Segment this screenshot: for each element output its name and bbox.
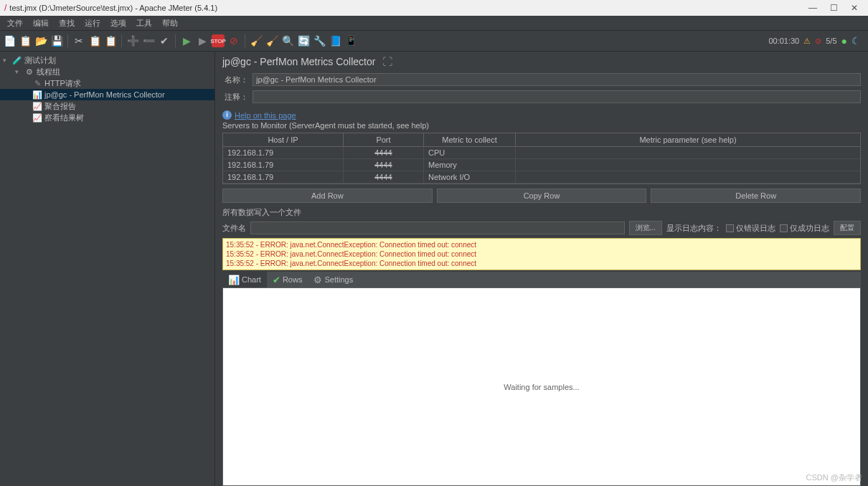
toolbar: 📄 📋 📂 💾 ✂ 📋 📋 ➕ ➖ ✔ ▶ ▶ STOP ⊘ 🧹 🧹 🔍 🔄 🔧… xyxy=(0,30,868,52)
start-icon[interactable]: ▶ xyxy=(180,34,193,47)
help-icon[interactable]: 📘 xyxy=(329,34,341,47)
tree-results-tree[interactable]: 📈 察看结果树 xyxy=(0,112,214,123)
error-line: 15:35:52 - ERROR: java.net.ConnectExcept… xyxy=(226,259,857,268)
table-row[interactable]: 192.168.1.794444CPU xyxy=(223,147,860,159)
info-icon: i xyxy=(222,110,232,120)
templates-icon[interactable]: 📋 xyxy=(19,34,32,47)
table-row[interactable]: 192.168.1.794444Memory xyxy=(223,159,860,171)
tree-perfmon[interactable]: 📊 jp@gc - PerfMon Metrics Collector xyxy=(0,89,214,100)
menu-search[interactable]: 查找 xyxy=(55,16,79,30)
chart-area: Waiting for samples... xyxy=(222,287,861,486)
only-success-checkbox[interactable] xyxy=(780,224,788,232)
thread-count: 5/5 xyxy=(826,37,836,45)
error-count-icon: ⊘ xyxy=(815,37,821,46)
file-input[interactable] xyxy=(250,221,625,234)
only-error-checkbox[interactable] xyxy=(726,224,734,232)
clear-all-icon[interactable]: 🧹 xyxy=(265,34,278,47)
col-metric: Metric to collect xyxy=(424,133,516,146)
panel-title: jp@gc - PerfMon Metrics Collector xyxy=(222,56,375,67)
error-log: 15:35:52 - ERROR: java.net.ConnectExcept… xyxy=(222,238,861,270)
collapse-icon[interactable]: ➖ xyxy=(142,34,155,47)
titlebar: / test.jmx (D:\JmeterSource\test.jmx) - … xyxy=(0,0,868,16)
config-button[interactable]: 配置 xyxy=(834,221,861,235)
col-param: Metric parameter (see help) xyxy=(516,133,860,146)
fullscreen-icon[interactable]: ⛶ xyxy=(382,56,392,67)
shutdown-icon[interactable]: ⊘ xyxy=(227,34,240,47)
app-icon: / xyxy=(4,3,6,13)
copy-icon[interactable]: 📋 xyxy=(88,34,101,47)
expand-icon[interactable]: ➕ xyxy=(126,34,139,47)
start-no-pause-icon[interactable]: ▶ xyxy=(196,34,209,47)
warning-icon: ⚠ xyxy=(803,37,811,46)
tree-http-request[interactable]: ✎ HTTP请求 xyxy=(0,77,214,89)
running-indicator-icon: ● xyxy=(841,35,847,47)
servers-label: Servers to Monitor (ServerAgent must be … xyxy=(222,121,861,130)
menu-help[interactable]: 帮助 xyxy=(158,16,182,30)
stop-icon[interactable]: STOP xyxy=(212,34,225,47)
tab-settings[interactable]: ⚙Settings xyxy=(308,272,359,287)
minimize-button[interactable]: — xyxy=(808,3,817,13)
menu-file[interactable]: 文件 xyxy=(3,16,27,30)
menu-edit[interactable]: 编辑 xyxy=(29,16,53,30)
error-line: 15:35:52 - ERROR: java.net.ConnectExcept… xyxy=(226,249,857,259)
col-port: Port xyxy=(344,133,424,146)
open-icon[interactable]: 📂 xyxy=(34,34,47,47)
save-icon[interactable]: 💾 xyxy=(50,34,63,47)
function-helper-icon[interactable]: 🔧 xyxy=(313,34,326,47)
paste-icon[interactable]: 📋 xyxy=(104,34,117,47)
comment-label: 注释： xyxy=(222,92,248,103)
result-tabs: 📊Chart ✔Rows ⚙Settings xyxy=(222,272,861,287)
servers-table: Host / IP Port Metric to collect Metric … xyxy=(222,133,861,184)
clear-icon[interactable]: 🧹 xyxy=(250,34,263,47)
tab-chart[interactable]: 📊Chart xyxy=(222,272,267,287)
comment-input[interactable] xyxy=(253,90,861,103)
browse-button[interactable]: 浏览... xyxy=(629,221,662,235)
tree-thread-group[interactable]: ▾ ⚙ 线程组 xyxy=(0,66,214,77)
table-row[interactable]: 192.168.1.794444Network I/O xyxy=(223,171,860,184)
delete-row-button[interactable]: Delete Row xyxy=(651,189,861,203)
elapsed-time: 00:01:30 xyxy=(768,37,799,45)
server-indicator-icon: ☾ xyxy=(852,35,861,47)
col-host: Host / IP xyxy=(223,133,344,146)
maximize-button[interactable]: ☐ xyxy=(830,3,838,13)
name-label: 名称： xyxy=(222,75,248,85)
menu-run[interactable]: 运行 xyxy=(80,16,105,30)
tree-panel: ▾ 🧪 测试计划 ▾ ⚙ 线程组 ✎ HTTP请求 📊 jp@gc - Perf… xyxy=(0,52,215,486)
variables-icon[interactable]: 📱 xyxy=(344,34,357,47)
tab-rows[interactable]: ✔Rows xyxy=(267,272,308,287)
log-label: 显示日志内容： xyxy=(666,223,722,234)
close-button[interactable]: ✕ xyxy=(851,3,858,13)
menu-tools[interactable]: 工具 xyxy=(132,16,156,30)
error-line: 15:35:52 - ERROR: java.net.ConnectExcept… xyxy=(226,240,857,249)
tree-test-plan[interactable]: ▾ 🧪 测试计划 xyxy=(0,54,214,66)
cut-icon[interactable]: ✂ xyxy=(72,34,85,47)
reset-search-icon[interactable]: 🔄 xyxy=(297,34,310,47)
add-row-button[interactable]: Add Row xyxy=(222,189,433,203)
content-panel: jp@gc - PerfMon Metrics Collector ⛶ 名称： … xyxy=(215,52,868,486)
search-icon[interactable]: 🔍 xyxy=(281,34,294,47)
file-label: 文件名 xyxy=(222,223,246,234)
page-watermark: CSDN @杂学者 xyxy=(806,472,862,483)
menubar: 文件 编辑 查找 运行 选项 工具 帮助 xyxy=(0,16,868,30)
window-title: test.jmx (D:\JmeterSource\test.jmx) - Ap… xyxy=(9,4,217,12)
file-section-label: 所有数据写入一个文件 xyxy=(222,207,861,218)
menu-options[interactable]: 选项 xyxy=(106,16,131,30)
new-icon[interactable]: 📄 xyxy=(3,34,16,47)
chart-placeholder: Waiting for samples... xyxy=(504,383,579,391)
help-link[interactable]: Help on this page xyxy=(235,111,296,120)
copy-row-button[interactable]: Copy Row xyxy=(437,189,647,203)
tree-aggregate[interactable]: 📈 聚合报告 xyxy=(0,100,214,112)
name-input[interactable] xyxy=(253,73,861,86)
toggle-icon[interactable]: ✔ xyxy=(158,34,171,47)
